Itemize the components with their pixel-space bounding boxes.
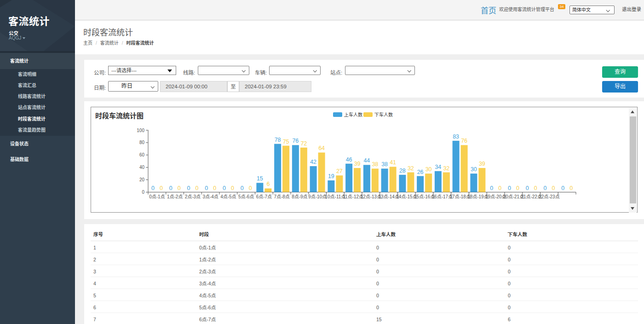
svg-text:22点-23点: 22点-23点 [539,194,560,199]
svg-text:60: 60 [139,152,145,157]
svg-text:15: 15 [257,175,263,182]
svg-text:20: 20 [139,177,145,182]
svg-text:0: 0 [213,185,216,191]
svg-text:39: 39 [479,161,485,167]
svg-text:0: 0 [160,185,163,191]
svg-text:38: 38 [372,161,378,168]
svg-text:0: 0 [231,185,234,191]
svg-text:0: 0 [516,185,519,191]
svg-text:1点-2点: 1点-2点 [167,194,183,199]
svg-text:64: 64 [318,145,325,151]
svg-text:0: 0 [142,190,144,195]
svg-text:27: 27 [336,168,343,174]
svg-text:0: 0 [543,185,546,191]
svg-text:0点-1点: 0点-1点 [149,194,165,199]
svg-text:0: 0 [178,185,181,191]
svg-text:上车人数: 上车人数 [344,112,362,117]
svg-text:32: 32 [443,165,449,172]
svg-text:0: 0 [241,185,244,191]
svg-text:0: 0 [195,185,198,191]
svg-text:46: 46 [346,156,352,163]
svg-text:38: 38 [381,161,388,168]
svg-text:0: 0 [561,185,564,191]
svg-text:75: 75 [283,139,289,145]
svg-text:0: 0 [508,185,511,191]
svg-text:76: 76 [292,138,299,144]
svg-text:0: 0 [569,185,573,191]
svg-text:34: 34 [435,164,441,170]
svg-text:9点-10点: 9点-10点 [308,194,327,199]
svg-text:0: 0 [552,185,555,191]
svg-text:0: 0 [169,185,172,191]
svg-text:100: 100 [137,128,144,133]
svg-text:0: 0 [151,185,155,191]
svg-text:2点-3点: 2点-3点 [185,194,201,199]
svg-text:72: 72 [300,140,307,147]
svg-text:80: 80 [139,140,145,145]
svg-text:6: 6 [266,181,270,187]
svg-text:0: 0 [534,185,537,191]
svg-text:19: 19 [328,173,334,179]
svg-text:30: 30 [471,166,477,173]
svg-text:30: 30 [426,166,432,173]
svg-text:0: 0 [249,185,252,191]
svg-text:76: 76 [461,138,467,144]
svg-text:8点-9点: 8点-9点 [292,194,307,199]
svg-text:28: 28 [399,168,406,174]
svg-text:41: 41 [390,159,396,166]
svg-text:40: 40 [139,165,145,170]
svg-text:78: 78 [275,137,281,143]
svg-text:0: 0 [490,185,493,191]
svg-text:5点-6点: 5点-6点 [238,194,254,199]
svg-text:时段车流统计图: 时段车流统计图 [95,112,144,120]
svg-text:0: 0 [498,185,501,191]
svg-text:0: 0 [526,185,529,191]
svg-text:3点-4点: 3点-4点 [202,194,218,199]
svg-text:下车人数: 下车人数 [374,112,393,117]
svg-text:26: 26 [417,169,424,175]
svg-text:0: 0 [223,185,226,191]
svg-text:7点-8点: 7点-8点 [274,194,289,199]
svg-text:83: 83 [453,133,459,140]
svg-text:32: 32 [408,165,414,172]
svg-text:0: 0 [205,185,208,191]
svg-text:0: 0 [187,185,190,191]
svg-text:44: 44 [363,157,370,164]
svg-text:4点-5点: 4点-5点 [220,194,236,199]
svg-text:39: 39 [354,161,361,167]
svg-text:6点-7点: 6点-7点 [256,194,272,199]
svg-text:42: 42 [310,159,316,165]
